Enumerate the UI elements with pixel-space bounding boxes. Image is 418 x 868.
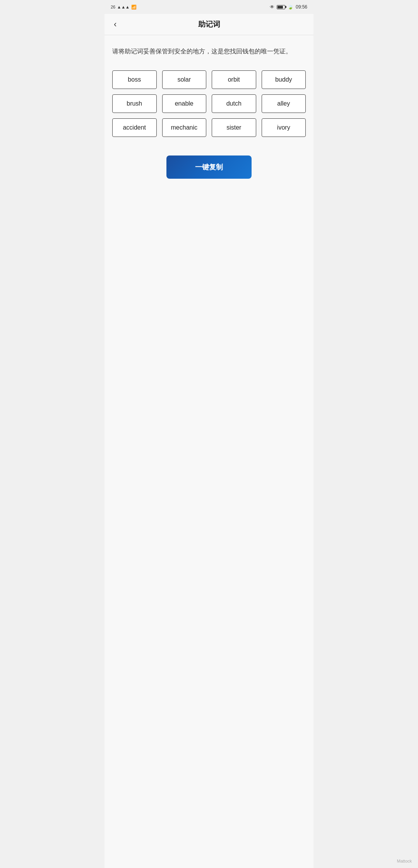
mnemonic-word-card: orbit bbox=[212, 70, 256, 89]
nav-header: ‹ 助记词 bbox=[104, 14, 314, 35]
mnemonic-word-grid: bosssolarorbitbuddybrushenabledutchalley… bbox=[112, 70, 306, 137]
eye-icon: 👁 bbox=[270, 4, 274, 10]
status-bar: 26 ▲▲▲ 📶 👁 🍃 09:56 bbox=[104, 0, 314, 14]
mnemonic-word-card: dutch bbox=[212, 94, 256, 113]
leaf-icon: 🍃 bbox=[288, 4, 293, 10]
mnemonic-word-card: enable bbox=[162, 94, 207, 113]
description-text: 请将助记词妥善保管到安全的地方，这是您找回钱包的唯一凭证。 bbox=[112, 46, 306, 56]
status-left: 26 ▲▲▲ 📶 bbox=[111, 5, 137, 10]
page-title: 助记词 bbox=[198, 19, 220, 29]
mnemonic-word-card: boss bbox=[112, 70, 157, 89]
mnemonic-word-card: alley bbox=[262, 94, 306, 113]
mnemonic-word-card: mechanic bbox=[162, 118, 207, 137]
back-button[interactable]: ‹ bbox=[111, 18, 120, 31]
status-right: 👁 🍃 09:56 bbox=[270, 4, 307, 10]
signal-icon: ▲▲▲ bbox=[117, 5, 130, 9]
mnemonic-word-card: buddy bbox=[262, 70, 306, 89]
network-indicator: 26 bbox=[111, 5, 115, 9]
mnemonic-word-card: accident bbox=[112, 118, 157, 137]
mnemonic-word-card: ivory bbox=[262, 118, 306, 137]
main-content: 请将助记词妥善保管到安全的地方，这是您找回钱包的唯一凭证。 bosssolaro… bbox=[104, 35, 314, 868]
mnemonic-word-card: solar bbox=[162, 70, 207, 89]
clock-time: 09:56 bbox=[296, 4, 307, 10]
wifi-icon: 📶 bbox=[131, 5, 137, 10]
battery-icon bbox=[277, 5, 285, 9]
mnemonic-word-card: brush bbox=[112, 94, 157, 113]
mnemonic-word-card: sister bbox=[212, 118, 256, 137]
copy-all-button[interactable]: 一键复制 bbox=[166, 155, 252, 179]
